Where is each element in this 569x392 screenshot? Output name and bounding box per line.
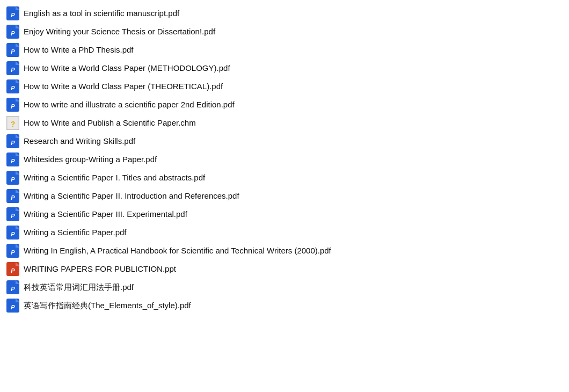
svg-text:P: P (11, 48, 15, 55)
file-name: Writing a Scientific Paper I. Titles and… (24, 171, 205, 184)
pdf-icon: P (6, 134, 19, 148)
file-name: Writing a Scientific Paper II. Introduct… (24, 190, 239, 202)
list-item[interactable]: P Research and Writing Skills.pdf (0, 132, 569, 150)
list-item[interactable]: P Writing In English, A Practical Handbo… (0, 242, 569, 260)
list-item[interactable]: P Writing a Scientific Paper III. Experi… (0, 205, 569, 223)
file-name: Research and Writing Skills.pdf (24, 135, 135, 148)
list-item[interactable]: P Enjoy Writing your Science Thesis or D… (0, 23, 569, 41)
pdf-icon: P (6, 98, 19, 112)
list-item[interactable]: ? How to Write and Publish a Scientific … (0, 114, 569, 132)
svg-text:P: P (11, 67, 15, 73)
chm-icon: ? (6, 116, 19, 130)
svg-text:P: P (11, 103, 15, 110)
svg-text:P: P (11, 213, 15, 219)
list-item[interactable]: P How to write and illustrate a scientif… (0, 96, 569, 114)
file-name: English as a tool in scientific manuscri… (24, 7, 179, 20)
svg-text:P: P (11, 304, 15, 310)
pdf-icon: P (6, 280, 19, 294)
list-item[interactable]: P Writing a Scientific Paper.pdf (0, 223, 569, 242)
file-name: WRITING PAPERS FOR PUBLICTION.ppt (24, 263, 176, 275)
file-name: How to Write a World Class Paper (THEORE… (24, 80, 223, 93)
file-name: How to Write a PhD Thesis.pdf (24, 43, 134, 56)
svg-text:P: P (11, 286, 15, 292)
svg-text:P: P (11, 158, 15, 164)
list-item[interactable]: P Whitesides group-Writing a Paper.pdf (0, 150, 569, 169)
file-name: Writing a Scientific Paper III. Experime… (24, 208, 187, 221)
svg-text:P: P (11, 194, 15, 201)
pdf-icon: P (6, 61, 19, 75)
file-name: Writing In English, A Practical Handbook… (24, 244, 331, 257)
pdf-icon: P (6, 244, 19, 258)
svg-text:P: P (11, 267, 15, 274)
svg-text:P: P (11, 30, 15, 37)
file-name: 英语写作指南经典(The_Elements_of_style).pdf (24, 299, 191, 312)
list-item[interactable]: P WRITING PAPERS FOR PUBLICTION.ppt (0, 260, 569, 278)
file-name: How to Write a World Class Paper (METHOD… (24, 62, 230, 75)
file-name: Whitesides group-Writing a Paper.pdf (24, 153, 157, 166)
pdf-icon: P (6, 299, 19, 313)
svg-text:P: P (11, 231, 15, 237)
pdf-icon: P (6, 25, 19, 39)
list-item[interactable]: P Writing a Scientific Paper I. Titles a… (0, 169, 569, 187)
svg-text:P: P (11, 249, 15, 256)
list-item[interactable]: P How to Write a World Class Paper (METH… (0, 59, 569, 77)
pdf-icon: P (6, 79, 19, 93)
list-item[interactable]: P 科技英语常用词汇用法手册.pdf (0, 278, 569, 296)
svg-text:P: P (11, 12, 15, 18)
list-item[interactable]: P How to Write a PhD Thesis.pdf (0, 41, 569, 59)
pdf-icon: P (6, 189, 19, 203)
pdf-icon: P (6, 226, 19, 239)
list-item[interactable]: P Writing a Scientific Paper II. Introdu… (0, 187, 569, 205)
list-item[interactable]: P English as a tool in scientific manusc… (0, 4, 569, 23)
ppt-icon: P (6, 262, 19, 276)
file-list: P English as a tool in scientific manusc… (0, 4, 569, 315)
file-name: How to write and illustrate a scientific… (24, 98, 235, 111)
file-name: Writing a Scientific Paper.pdf (24, 226, 126, 239)
pdf-icon: P (6, 207, 19, 221)
file-name: 科技英语常用词汇用法手册.pdf (24, 281, 134, 294)
pdf-icon: P (6, 43, 19, 57)
file-name: Enjoy Writing your Science Thesis or Dis… (24, 25, 215, 38)
pdf-icon: P (6, 6, 19, 20)
svg-text:P: P (11, 176, 15, 183)
pdf-icon: P (6, 171, 19, 185)
list-item[interactable]: P 英语写作指南经典(The_Elements_of_style).pdf (0, 296, 569, 315)
svg-text:P: P (11, 85, 15, 91)
pdf-icon: P (6, 153, 19, 166)
list-item[interactable]: P How to Write a World Class Paper (THEO… (0, 77, 569, 96)
svg-text:P: P (11, 140, 15, 146)
file-name: How to Write and Publish a Scientific Pa… (24, 117, 196, 129)
svg-text:?: ? (11, 120, 16, 128)
